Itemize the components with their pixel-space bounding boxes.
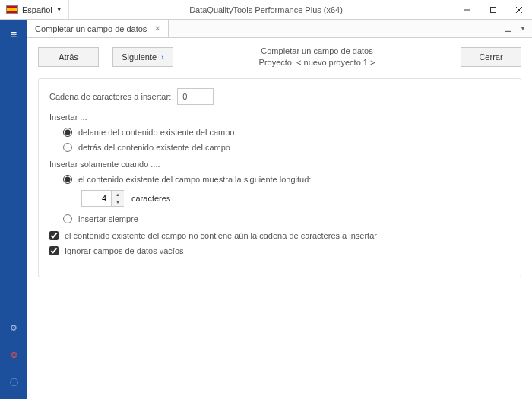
tab-complete-field[interactable]: Completar un campo de datos ✕ xyxy=(27,20,169,37)
close-button[interactable]: Cerrar xyxy=(461,47,521,67)
hamburger-icon: ≡ xyxy=(11,28,17,40)
page-title: Completar un campo de datos xyxy=(187,46,447,57)
checkbox-ignore-empty[interactable]: Ignorar campos de datos vacíos xyxy=(49,246,510,255)
form-panel: Cadena de caracteres a insertar: Inserta… xyxy=(38,78,521,277)
radio-length[interactable]: el contenido existente del campo muestra… xyxy=(63,175,510,184)
flag-spain-icon xyxy=(6,5,18,14)
checkbox-ignore-empty-input[interactable] xyxy=(49,246,59,255)
length-unit: caracteres xyxy=(131,194,170,203)
checkbox-not-contains[interactable]: el contenido existente del campo no cont… xyxy=(49,231,510,240)
language-label: Español xyxy=(22,5,52,14)
sidebar: ≡ ⚙ ❂ ⓘ xyxy=(0,20,27,399)
radio-always-input[interactable] xyxy=(63,214,72,223)
window-controls xyxy=(454,0,532,20)
tabstrip: Completar un campo de datos ✕ ⚊ ▼ xyxy=(27,20,532,38)
close-icon[interactable]: ✕ xyxy=(154,24,160,33)
language-selector[interactable]: Español ▼ xyxy=(0,0,69,19)
gear-icon: ⚙ xyxy=(10,323,17,333)
info-button[interactable]: ⓘ xyxy=(3,372,24,393)
length-input[interactable] xyxy=(82,191,111,206)
chevron-right-icon: › xyxy=(161,52,164,62)
close-window-button[interactable] xyxy=(506,0,532,20)
toolbar-heading: Completar un campo de datos Proyecto: < … xyxy=(187,46,447,69)
menu-button[interactable]: ≡ xyxy=(3,23,24,44)
tab-label: Completar un campo de datos xyxy=(35,24,147,33)
spinner-up-icon[interactable]: ▲ xyxy=(112,191,124,199)
when-section-label: Insertar solamente cuando .... xyxy=(49,160,510,169)
minimize-button[interactable] xyxy=(454,0,480,20)
radio-always[interactable]: insertar siempre xyxy=(63,214,510,223)
svg-rect-1 xyxy=(491,7,496,12)
radio-before-input[interactable] xyxy=(63,128,72,137)
back-button[interactable]: Atrás xyxy=(38,47,99,67)
info-icon: ⓘ xyxy=(10,377,18,388)
project-line: Proyecto: < nuevo proyecto 1 > xyxy=(187,57,447,68)
app-title: DataQualityTools Performance Plus (x64) xyxy=(189,5,343,14)
spinner-down-icon[interactable]: ▼ xyxy=(112,198,124,206)
length-spinner[interactable]: ▲ ▼ xyxy=(81,190,124,207)
lifebuoy-icon: ❂ xyxy=(11,350,17,360)
radio-length-input[interactable] xyxy=(63,175,72,184)
insert-string-input[interactable] xyxy=(177,88,214,105)
radio-after-input[interactable] xyxy=(63,143,72,152)
insert-string-label: Cadena de caracteres a insertar: xyxy=(49,92,171,101)
radio-after[interactable]: detrás del contenido existente del campo xyxy=(63,143,510,152)
insert-section-label: Insertar ... xyxy=(49,112,510,122)
settings-button[interactable]: ⚙ xyxy=(3,317,24,338)
titlebar: Español ▼ DataQualityTools Performance P… xyxy=(0,0,532,20)
pin-icon[interactable]: ⚊ xyxy=(504,24,512,34)
maximize-button[interactable] xyxy=(480,0,506,20)
chevron-down-icon: ▼ xyxy=(56,6,62,13)
help-button[interactable]: ❂ xyxy=(3,344,24,366)
tab-menu-icon[interactable]: ▼ xyxy=(520,25,526,32)
checkbox-not-contains-input[interactable] xyxy=(49,231,59,240)
radio-before[interactable]: delante del contenido existente del camp… xyxy=(63,128,510,137)
next-button[interactable]: Siguiente› xyxy=(112,47,173,67)
toolbar: Atrás Siguiente› Completar un campo de d… xyxy=(38,46,521,69)
content-area: Atrás Siguiente› Completar un campo de d… xyxy=(27,38,532,399)
